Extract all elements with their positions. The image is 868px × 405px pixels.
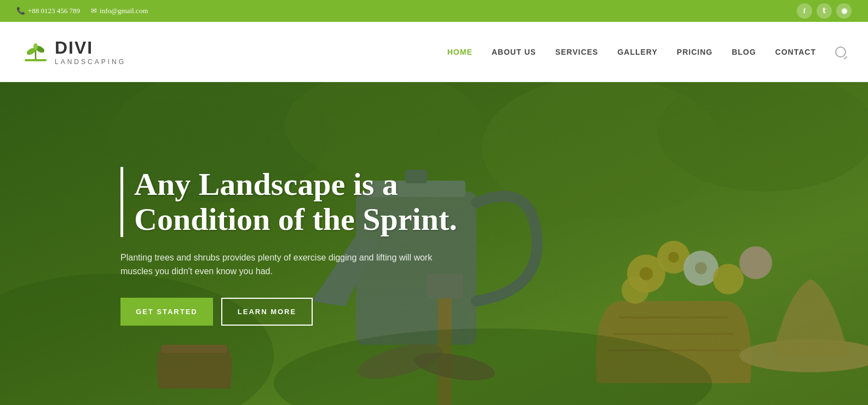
nav-gallery[interactable]: GALLERY xyxy=(617,48,657,56)
top-bar: 📞 +88 0123 456 789 ✉ info@gmail.com f 𝕥 … xyxy=(0,0,868,22)
email-icon: ✉ xyxy=(91,7,97,15)
nav-home[interactable]: HOME xyxy=(447,48,473,56)
nav-about[interactable]: ABOUT US xyxy=(492,48,536,56)
hero-section: Any Landscape is a Condition of the Spri… xyxy=(0,82,868,405)
nav-contact[interactable]: CONTACT xyxy=(775,48,816,56)
hero-title-line2: Condition of the Sprint. xyxy=(134,201,457,237)
main-nav: HOME ABOUT US SERVICES GALLERY PRICING B… xyxy=(447,47,846,57)
hero-accent-bar xyxy=(120,167,123,237)
nav-blog[interactable]: BLOG xyxy=(732,48,756,56)
hero-content: Any Landscape is a Condition of the Spri… xyxy=(0,167,457,326)
social-links: f 𝕥 ◉ xyxy=(797,3,852,19)
logo[interactable]: DIVI LANDSCAPING xyxy=(22,38,126,66)
hero-title: Any Landscape is a Condition of the Spri… xyxy=(134,167,457,237)
header: DIVI LANDSCAPING HOME ABOUT US SERVICES … xyxy=(0,22,868,82)
phone-info: 📞 +88 0123 456 789 xyxy=(16,7,80,15)
get-started-button[interactable]: GET STARTED xyxy=(120,298,213,326)
hero-buttons: GET STARTED LEARN MORE xyxy=(120,298,457,326)
email-address: info@gmail.com xyxy=(100,7,148,15)
logo-icon xyxy=(22,38,49,66)
hero-title-line1: Any Landscape is a xyxy=(134,166,398,202)
twitter-icon[interactable]: 𝕥 xyxy=(817,3,832,19)
logo-text: DIVI LANDSCAPING xyxy=(55,38,126,66)
nav-pricing[interactable]: PRICING xyxy=(677,48,712,56)
phone-number: +88 0123 456 789 xyxy=(28,7,80,15)
rss-icon[interactable]: ◉ xyxy=(836,3,852,19)
hero-title-container: Any Landscape is a Condition of the Spri… xyxy=(120,167,457,237)
nav-services[interactable]: SERVICES xyxy=(555,48,599,56)
learn-more-button[interactable]: LEARN MORE xyxy=(221,298,313,326)
top-bar-contact: 📞 +88 0123 456 789 ✉ info@gmail.com xyxy=(16,7,148,15)
logo-sub: LANDSCAPING xyxy=(55,58,126,66)
email-info: ✉ info@gmail.com xyxy=(91,7,148,15)
svg-point-4 xyxy=(33,43,38,50)
search-button[interactable] xyxy=(835,47,846,57)
svg-rect-0 xyxy=(25,59,47,61)
hero-subtitle: Planting trees and shrubs provides plent… xyxy=(120,251,449,279)
facebook-icon[interactable]: f xyxy=(797,3,812,19)
logo-brand: DIVI xyxy=(55,38,126,58)
phone-icon: 📞 xyxy=(16,7,25,15)
